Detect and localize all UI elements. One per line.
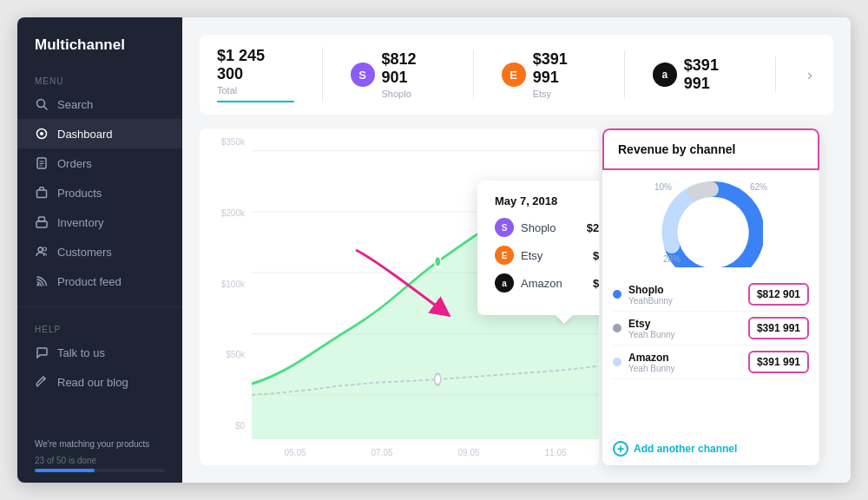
amazon-info: $391 991 xyxy=(684,56,747,93)
sidebar-dashboard-label: Dashboard xyxy=(57,128,113,141)
y-label-100k: $100k xyxy=(207,280,245,289)
sidebar-blog-label: Read our blog xyxy=(57,376,128,389)
stat-amazon: a $391 991 xyxy=(653,56,776,93)
channel-row-shoplo: Shoplo YeahBunny $812 901 xyxy=(613,278,809,312)
sidebar-item-talk[interactable]: Talk to us xyxy=(17,338,182,367)
etsy-channel-amount: $391 991 xyxy=(748,317,809,339)
tooltip-amazon-amount: $27 165 xyxy=(593,277,599,290)
svg-rect-10 xyxy=(39,217,45,221)
add-channel-label: Add another channel xyxy=(634,443,737,455)
channel-info-shoplo: Shoplo YeahBunny xyxy=(613,284,673,306)
donut-wrapper: 62% 10% 28% xyxy=(654,181,767,267)
stats-next-button[interactable]: › xyxy=(804,66,816,84)
etsy-info: $391 991 Etsy xyxy=(533,50,596,99)
shoplo-names: Shoplo YeahBunny xyxy=(628,284,673,306)
tooltip-amazon-name: Amazon xyxy=(521,277,562,290)
add-channel-button[interactable]: + Add another channel xyxy=(602,432,819,465)
sidebar-item-dashboard[interactable]: Dashboard xyxy=(17,119,182,148)
sidebar-products-label: Products xyxy=(57,187,102,200)
donut-area: 62% 10% 28% xyxy=(602,170,819,278)
shoplo-channel-name: Shoplo xyxy=(628,284,673,296)
progress-bar-bg xyxy=(35,469,165,472)
progress-bar-fill xyxy=(35,469,95,472)
sidebar-orders-label: Orders xyxy=(57,157,92,170)
menu-section-label: MENU xyxy=(17,69,182,89)
svg-line-1 xyxy=(44,107,48,110)
tooltip-arrow xyxy=(556,315,573,324)
stat-total-value: $1 245 300 xyxy=(217,47,294,83)
sidebar-item-product-feed[interactable]: Product feed xyxy=(17,266,182,296)
revenue-panel-title: Revenue by channel xyxy=(602,128,819,170)
sidebar-item-search[interactable]: Search xyxy=(17,89,182,119)
tooltip-date: May 7, 2018 xyxy=(495,194,599,207)
dashboard-icon xyxy=(35,127,49,141)
app-logo: Multichannel xyxy=(17,17,182,69)
channel-row-etsy: Etsy Yeah Bunny $391 991 xyxy=(613,312,809,345)
stat-total: $1 245 300 Total xyxy=(217,47,323,102)
y-label-350k: $350k xyxy=(207,137,245,147)
stat-total-underline xyxy=(217,101,294,102)
tooltip-channel-etsy: E Etsy xyxy=(495,246,542,265)
channel-list: Shoplo YeahBunny $812 901 Etsy Yeah xyxy=(602,278,819,432)
x-axis: 05.05 07.05 09.05 11.05 xyxy=(252,439,599,465)
sidebar-item-orders[interactable]: Orders xyxy=(17,148,182,178)
sidebar-product-feed-label: Product feed xyxy=(57,275,122,288)
y-label-0: $0 xyxy=(207,421,245,431)
stat-shoplo-value: $812 901 xyxy=(382,50,445,87)
amazon-icon: a xyxy=(653,62,677,87)
app-container: Multichannel MENU Search Dashboard xyxy=(17,17,851,483)
sidebar-inventory-label: Inventory xyxy=(57,216,103,229)
shoplo-channel-sub: YeahBunny xyxy=(628,296,673,306)
x-label-0505: 05.05 xyxy=(284,448,306,457)
tooltip-row-amazon: a Amazon $27 165 xyxy=(495,273,599,293)
stat-etsy-value: $391 991 xyxy=(533,50,596,87)
etsy-channel-name: Etsy xyxy=(628,318,675,330)
sidebar-bottom: We're matching your products 23 of 50 is… xyxy=(17,428,182,483)
tooltip-row-etsy: E Etsy $52 775 xyxy=(495,246,599,265)
y-axis: $350k $200k $100k $50k $0 xyxy=(200,128,252,439)
sidebar-search-label: Search xyxy=(57,98,93,111)
chart-tooltip: May 7, 2018 S Shoplo $230 813 E Etsy xyxy=(477,181,599,315)
progress-sub: 23 of 50 is done xyxy=(35,456,165,465)
tooltip-row-shoplo: S Shoplo $230 813 xyxy=(495,218,599,237)
stat-total-label: Total xyxy=(217,85,294,95)
chart-area: $350k $200k $100k $50k $0 xyxy=(200,128,599,465)
add-channel-icon: + xyxy=(613,441,628,457)
chart-container: $350k $200k $100k $50k $0 xyxy=(200,128,833,465)
talk-icon xyxy=(35,345,49,359)
svg-point-12 xyxy=(43,247,47,251)
product-feed-icon xyxy=(35,274,49,288)
stats-bar: $1 245 300 Total S $812 901 Shoplo E $39… xyxy=(200,35,833,115)
channel-info-amazon: Amazon Yeah Bunny xyxy=(613,352,675,373)
x-label-0705: 07.05 xyxy=(371,448,392,457)
search-icon xyxy=(35,97,49,111)
donut-pct-10: 10% xyxy=(654,182,672,192)
shoplo-channel-amount: $812 901 xyxy=(748,283,809,306)
shoplo-dot xyxy=(613,290,621,299)
tooltip-shoplo-icon: S xyxy=(495,218,514,237)
donut-pct-28: 28% xyxy=(663,254,681,264)
amazon-names: Amazon Yeah Bunny xyxy=(628,352,675,373)
x-label-0905: 09.05 xyxy=(457,448,479,457)
revenue-panel: Revenue by channel xyxy=(602,128,819,465)
shoplo-info: $812 901 Shoplo xyxy=(382,50,445,99)
tooltip-etsy-icon: E xyxy=(495,246,514,265)
etsy-icon: E xyxy=(502,62,526,87)
sidebar-item-products[interactable]: Products xyxy=(17,178,182,207)
inventory-icon xyxy=(35,215,49,229)
tooltip-channel-amazon: a Amazon xyxy=(495,273,562,293)
tooltip-channel-shoplo: S Shoplo xyxy=(495,218,556,237)
svg-point-19 xyxy=(435,374,441,385)
channel-info-etsy: Etsy Yeah Bunny xyxy=(613,318,675,339)
x-label-1105: 11.05 xyxy=(544,448,566,457)
amazon-channel-amount: $391 991 xyxy=(748,351,809,373)
sidebar: Multichannel MENU Search Dashboard xyxy=(17,17,182,483)
progress-label: We're matching your products xyxy=(35,438,165,451)
sidebar-item-inventory[interactable]: Inventory xyxy=(17,207,182,237)
stat-shoplo: S $812 901 Shoplo xyxy=(351,50,474,99)
sidebar-item-blog[interactable]: Read our blog xyxy=(17,367,182,397)
amazon-channel-sub: Yeah Bunny xyxy=(628,364,675,373)
etsy-names: Etsy Yeah Bunny xyxy=(628,318,675,339)
sidebar-item-customers[interactable]: Customers xyxy=(17,237,182,266)
channel-row-amazon: Amazon Yeah Bunny $391 991 xyxy=(613,345,809,379)
